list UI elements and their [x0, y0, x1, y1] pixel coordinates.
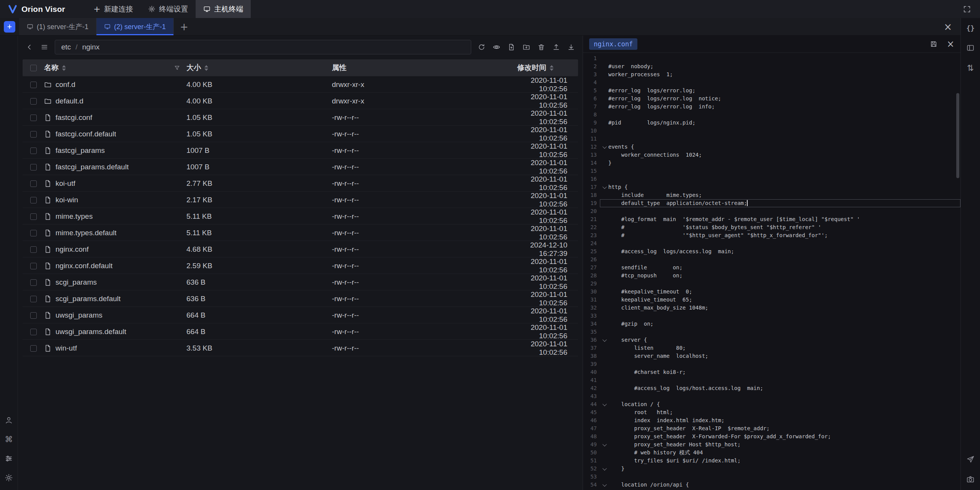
row-checkbox[interactable]	[30, 164, 37, 170]
new-connection-plus-icon[interactable]: +	[4, 21, 15, 33]
fold-chevron-icon[interactable]	[600, 400, 608, 408]
snippets-braces-icon[interactable]: {}	[965, 23, 976, 33]
row-checkbox[interactable]	[30, 230, 37, 236]
column-mtime-header[interactable]: 修改时间	[517, 63, 546, 73]
menu-item-terminal-settings[interactable]: 终端设置	[140, 0, 196, 18]
breadcrumb[interactable]: etc / nginx	[55, 40, 471, 54]
preferences-sliders-icon[interactable]	[3, 453, 14, 464]
fold-chevron-icon[interactable]	[600, 481, 608, 489]
close-sftp-panel-icon[interactable]: ×	[944, 21, 952, 33]
code-line: 43	[583, 392, 960, 400]
file-row[interactable]: koi-win 2.17 KB -rw-r--r-- 2020-11-01 10…	[23, 192, 578, 208]
command-shortcut-icon[interactable]: ⌘	[3, 434, 14, 445]
code-line: 24	[583, 239, 960, 247]
file-row[interactable]: scgi_params.default 636 B -rw-r--r-- 202…	[23, 290, 578, 307]
column-size-header[interactable]: 大小	[186, 63, 201, 73]
file-row[interactable]: fastcgi.conf 1.05 KB -rw-r--r-- 2020-11-…	[23, 109, 578, 126]
folder-icon	[44, 81, 52, 88]
row-checkbox[interactable]	[30, 115, 37, 121]
row-checkbox[interactable]	[30, 147, 37, 154]
file-row[interactable]: koi-utf 2.77 KB -rw-r--r-- 2020-11-01 10…	[23, 175, 578, 192]
file-row[interactable]: nginx.conf.default 2.59 KB -rw-r--r-- 20…	[23, 257, 578, 274]
code-line: 19 default_type application/octet-stream…	[583, 199, 960, 207]
send-command-icon[interactable]	[965, 454, 976, 465]
menu-item-host-terminal[interactable]: 主机终端	[196, 0, 251, 18]
editor-scrollbar[interactable]	[956, 93, 959, 178]
fold-chevron-icon[interactable]	[600, 465, 608, 473]
code-line: 52 }	[583, 465, 960, 473]
row-checkbox[interactable]	[30, 345, 37, 352]
save-icon[interactable]	[927, 37, 941, 51]
code-line: 20	[583, 207, 960, 215]
file-row[interactable]: mime.types.default 5.11 KB -rw-r--r-- 20…	[23, 225, 578, 241]
row-checkbox[interactable]	[30, 329, 37, 335]
breadcrumb-item-current[interactable]: nginx	[82, 43, 100, 51]
row-checkbox[interactable]	[30, 263, 37, 269]
select-all-checkbox[interactable]	[30, 65, 37, 71]
file-permissions: drwxr-xr-x	[332, 97, 513, 105]
new-file-icon[interactable]	[505, 40, 518, 54]
add-tab-icon[interactable]: +	[180, 21, 188, 33]
row-checkbox[interactable]	[30, 131, 37, 138]
row-checkbox[interactable]	[30, 312, 37, 319]
code-text: proxy_set_header Host $http_host;	[608, 441, 741, 449]
file-row[interactable]: fastcgi.conf.default 1.05 KB -rw-r--r-- …	[23, 126, 578, 142]
fold-chevron-icon[interactable]	[600, 441, 608, 449]
breadcrumb-item-root[interactable]: etc	[61, 43, 71, 51]
new-folder-icon[interactable]	[519, 40, 533, 54]
code-line: 32 client_max_body_size 1048m;	[583, 304, 960, 312]
topbar-right	[960, 2, 980, 16]
fold-chevron-icon[interactable]	[600, 336, 608, 344]
file-row[interactable]: scgi_params 636 B -rw-r--r-- 2020-11-01 …	[23, 274, 578, 290]
fullscreen-icon[interactable]	[960, 2, 974, 16]
tab-terminal-1[interactable]: (1) server-生产-1	[19, 18, 96, 35]
file-row[interactable]: default.d 4.00 KB drwxr-xr-x 2020-11-01 …	[23, 93, 578, 109]
code-line: 15	[583, 167, 960, 175]
list-view-icon[interactable]	[38, 40, 51, 54]
file-row[interactable]: win-utf 3.53 KB -rw-r--r-- 2020-11-01 10…	[23, 340, 578, 356]
row-checkbox[interactable]	[30, 197, 37, 203]
settings-gear-icon[interactable]	[3, 472, 14, 483]
file-row[interactable]: fastcgi_params 1007 B -rw-r--r-- 2020-11…	[23, 142, 578, 159]
brand[interactable]: Orion Visor	[8, 4, 65, 14]
row-checkbox[interactable]	[30, 246, 37, 253]
row-checkbox[interactable]	[30, 213, 37, 220]
sort-mtime-icon[interactable]	[550, 65, 554, 71]
close-editor-icon[interactable]: ×	[947, 39, 954, 49]
back-icon[interactable]	[23, 40, 36, 54]
line-number: 34	[583, 320, 600, 328]
transfer-list-icon[interactable]: ⇅	[965, 62, 976, 73]
user-icon[interactable]	[3, 415, 14, 426]
refresh-icon[interactable]	[475, 40, 488, 54]
row-checkbox[interactable]	[30, 296, 37, 302]
code-text: index index.html index.htm;	[608, 416, 724, 424]
show-hidden-eye-icon[interactable]	[490, 40, 503, 54]
file-permissions: -rw-r--r--	[332, 113, 513, 122]
file-row[interactable]: uwsgi_params 664 B -rw-r--r-- 2020-11-01…	[23, 307, 578, 323]
fold-chevron-icon[interactable]	[600, 183, 608, 191]
filter-icon[interactable]	[174, 65, 180, 71]
download-icon[interactable]	[564, 40, 578, 54]
column-name-header[interactable]: 名称	[44, 63, 59, 73]
file-row[interactable]: fastcgi_params.default 1007 B -rw-r--r--…	[23, 159, 578, 175]
sort-size-icon[interactable]	[204, 65, 208, 71]
panel-layout-icon[interactable]	[965, 43, 976, 53]
code-editor[interactable]: 1 2	[583, 53, 960, 490]
screenshot-icon[interactable]	[965, 474, 976, 485]
file-row[interactable]: conf.d 4.00 KB drwxr-xr-x 2020-11-01 10:…	[23, 76, 578, 93]
file-row[interactable]: nginx.conf 4.68 KB -rw-r--r-- 2024-12-10…	[23, 241, 578, 257]
topbar: Orion Visor + 新建连接 终端设置 主机终端	[0, 0, 980, 18]
tab-terminal-2[interactable]: (2) server-生产-1	[96, 18, 174, 35]
upload-icon[interactable]	[549, 40, 563, 54]
file-row[interactable]: mime.types 5.11 KB -rw-r--r-- 2020-11-01…	[23, 208, 578, 225]
row-checkbox[interactable]	[30, 180, 37, 187]
line-number: 2	[583, 62, 600, 70]
menu-item-new-connection[interactable]: + 新建连接	[86, 0, 140, 18]
fold-chevron-icon[interactable]	[600, 143, 608, 151]
row-checkbox[interactable]	[30, 82, 37, 88]
file-row[interactable]: uwsgi_params.default 664 B -rw-r--r-- 20…	[23, 323, 578, 340]
row-checkbox[interactable]	[30, 98, 37, 105]
sort-name-icon[interactable]	[62, 65, 66, 71]
row-checkbox[interactable]	[30, 279, 37, 286]
delete-icon[interactable]	[534, 40, 548, 54]
